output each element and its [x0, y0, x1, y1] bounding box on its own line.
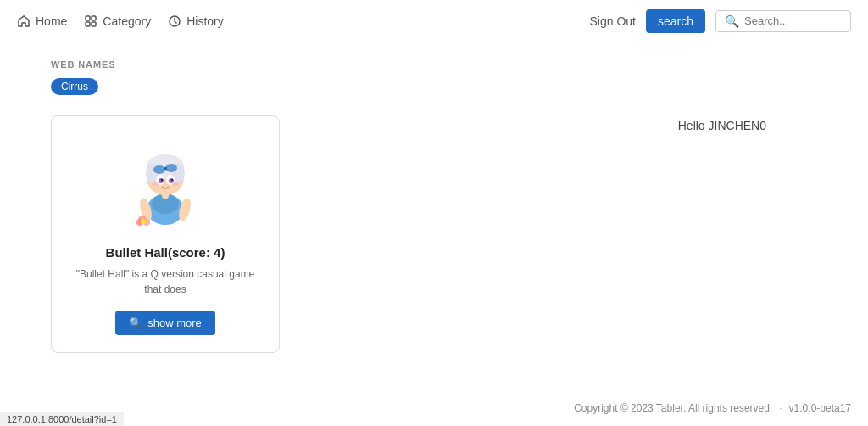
- history-icon: [168, 14, 181, 28]
- show-more-icon: 🔍: [129, 317, 142, 329]
- url-bar: 127.0.0.1:8000/detail?id=1: [0, 412, 124, 426]
- cards-grid: Bullet Hall(score: 4) "Bullet Hall" is a…: [51, 115, 817, 353]
- search-input[interactable]: [744, 14, 842, 27]
- nav-history-label: History: [186, 14, 224, 28]
- search-icon: 🔍: [725, 14, 739, 28]
- nav-left: Home Category History: [17, 14, 569, 28]
- search-input-wrap: 🔍: [715, 10, 851, 32]
- svg-rect-3: [92, 22, 96, 26]
- search-button[interactable]: search: [646, 9, 705, 33]
- card-description: "Bullet Hall" is a Q version casual game…: [69, 266, 262, 297]
- svg-rect-0: [86, 16, 90, 20]
- svg-point-27: [141, 219, 146, 224]
- web-names-label: WEB NAMES: [51, 59, 115, 70]
- nav-right: Sign Out search 🔍: [589, 9, 851, 33]
- svg-point-22: [172, 182, 179, 186]
- footer-dot: ·: [779, 402, 782, 414]
- version-text: v1.0.0-beta17: [789, 402, 851, 414]
- svg-point-21: [152, 182, 159, 186]
- game-card: Bullet Hall(score: 4) "Bullet Hall" is a…: [51, 115, 280, 353]
- url-text: 127.0.0.1:8000/detail?id=1: [7, 414, 117, 424]
- top-section: WEB NAMES Cirrus Hello JINCHEN0: [51, 59, 817, 109]
- nav-category-label: Category: [103, 14, 151, 28]
- svg-point-13: [165, 164, 177, 172]
- svg-rect-14: [164, 167, 167, 170]
- category-icon: [84, 14, 97, 28]
- greeting-text: Hello JINCHEN0: [678, 119, 766, 132]
- show-more-label: show more: [147, 317, 202, 329]
- footer: Copyright © 2023 Tabler. All rights rese…: [0, 390, 868, 426]
- svg-rect-2: [86, 22, 90, 26]
- svg-point-12: [153, 165, 165, 174]
- sign-out-button[interactable]: Sign Out: [589, 14, 635, 28]
- brand-badge: Cirrus: [51, 78, 98, 95]
- card-title: Bullet Hall(score: 4): [106, 245, 225, 260]
- svg-point-19: [161, 179, 163, 181]
- navbar: Home Category History S: [0, 0, 868, 42]
- copyright-text: Copyright © 2023 Tabler. All rights rese…: [574, 402, 772, 414]
- svg-rect-1: [92, 16, 96, 20]
- show-more-button[interactable]: 🔍 show more: [115, 311, 215, 335]
- nav-history[interactable]: History: [168, 14, 224, 28]
- svg-point-20: [171, 179, 173, 181]
- character-illustration: [127, 137, 203, 231]
- svg-point-18: [169, 178, 174, 183]
- card-image: [123, 133, 208, 235]
- nav-home[interactable]: Home: [17, 14, 67, 28]
- nav-category[interactable]: Category: [84, 14, 151, 28]
- web-names-section: WEB NAMES Cirrus: [51, 59, 115, 109]
- home-icon: [17, 14, 31, 28]
- nav-home-label: Home: [36, 14, 67, 28]
- svg-point-17: [159, 178, 164, 183]
- main-content: WEB NAMES Cirrus Hello JINCHEN0: [0, 42, 868, 390]
